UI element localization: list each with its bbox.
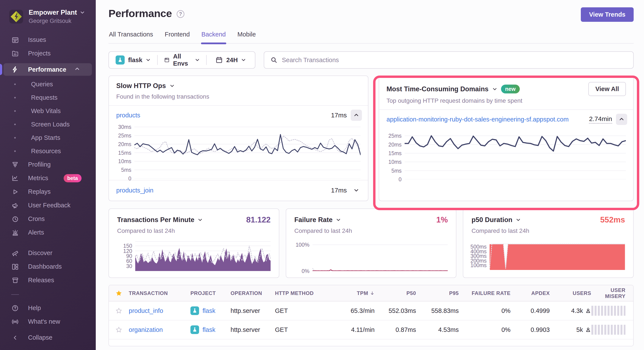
project-filter-label: flask — [128, 57, 142, 64]
col-header-failure-rate[interactable]: FAILURE RATE — [459, 290, 510, 296]
project-cell[interactable]: flask — [190, 306, 230, 315]
chevron-up-icon — [74, 66, 80, 73]
time-spent-value: 2.74min — [589, 115, 612, 124]
view-all-button[interactable]: View All — [588, 82, 626, 96]
metric-title-row[interactable]: p50 Duration — [472, 216, 520, 224]
environment-filter[interactable]: All Envs — [158, 53, 206, 67]
sidebar-item-screen-loads[interactable]: Screen Loads — [0, 118, 94, 131]
table-row: product_info flask http.server GET 65.3/… — [109, 301, 633, 320]
org-user: George Gritsouk — [29, 18, 85, 24]
dashboards-icon — [11, 263, 19, 270]
chart-plot-area[interactable] — [312, 242, 448, 271]
col-header-user-misery[interactable]: USER MISERY — [591, 287, 633, 299]
transaction-link-products[interactable]: products — [116, 112, 140, 119]
tab-mobile[interactable]: Mobile — [237, 31, 256, 43]
transaction-link-products-join[interactable]: products_join — [116, 187, 154, 194]
col-header-project[interactable]: PROJECT — [190, 290, 230, 296]
sidebar-item-requests[interactable]: Requests — [0, 91, 94, 104]
col-header-http-method[interactable]: HTTP METHOD — [275, 290, 324, 296]
sidebar-item-web-vitals[interactable]: Web Vitals — [0, 104, 94, 118]
transaction-link[interactable]: product_info — [129, 307, 163, 314]
sidebar-item-whats-new[interactable]: What's new — [0, 315, 94, 328]
widget-title[interactable]: Most Time-Consuming Domains — [386, 85, 488, 93]
y-axis-ticks: 25ms20ms15ms10ms5ms0 — [386, 132, 402, 179]
axis-tick-label: 5ms — [392, 167, 402, 174]
help-circle-icon[interactable]: ? — [177, 10, 184, 18]
sidebar-item-issues[interactable]: Issues — [0, 33, 94, 47]
project-filter[interactable]: flask — [109, 56, 157, 65]
expand-toggle-button[interactable] — [351, 185, 362, 196]
failure-rate-chart[interactable]: 100%0% — [294, 242, 448, 271]
col-header-apdex[interactable]: APDEX — [510, 290, 550, 296]
sidebar-item-dashboards[interactable]: Dashboards — [0, 260, 94, 273]
view-trends-button[interactable]: View Trends — [581, 7, 634, 22]
sidebar-item-discover[interactable]: Discover — [0, 246, 94, 260]
domain-link[interactable]: application-monitoring-ruby-dot-sales-en… — [386, 116, 569, 123]
sidebar-item-user-feedback[interactable]: User Feedback — [0, 199, 94, 212]
sidebar-item-projects[interactable]: Projects — [0, 47, 94, 60]
col-header-p95[interactable]: P95 — [416, 290, 459, 296]
app-root: Empower Plant George Gritsouk Issues Pro… — [0, 0, 644, 350]
org-switcher[interactable]: Empower Plant George Gritsouk — [0, 0, 96, 32]
p50-duration-chart[interactable]: 500ms400ms300ms200ms100ms — [472, 243, 625, 270]
axis-tick-label: 15ms — [388, 150, 402, 156]
sidebar-item-metrics[interactable]: Metrics beta — [0, 171, 94, 185]
tab-backend[interactable]: Backend — [201, 31, 226, 43]
metric-title: Transactions Per Minute — [117, 216, 194, 224]
sidebar-item-label: App Starts — [31, 134, 60, 141]
metric-title-row[interactable]: Failure Rate — [294, 216, 341, 224]
sidebar-item-releases[interactable]: Releases — [0, 273, 94, 287]
sidebar-item-app-starts[interactable]: App Starts — [0, 131, 94, 144]
chevron-up-icon — [619, 117, 624, 122]
search-icon — [270, 56, 278, 64]
sidebar-item-replays[interactable]: Replays — [0, 185, 94, 199]
sidebar-item-label: Issues — [28, 36, 46, 43]
col-header-users[interactable]: USERS — [550, 290, 591, 296]
sidebar-item-crons[interactable]: Crons — [0, 212, 94, 226]
favorite-star-button[interactable] — [109, 307, 129, 314]
user-icon — [585, 308, 591, 314]
sidebar-item-performance[interactable]: Performance — [4, 63, 92, 76]
clock-icon — [11, 215, 19, 223]
transaction-link[interactable]: organization — [129, 326, 163, 333]
slow-http-ops-title-row[interactable]: Slow HTTP Ops — [116, 82, 360, 90]
chart-plot-area[interactable] — [404, 132, 626, 179]
environment-icon — [164, 56, 170, 64]
new-badge: new — [501, 85, 520, 93]
col-header-tpm[interactable]: TPM — [324, 290, 374, 296]
sidebar-item-label: Crons — [28, 215, 45, 222]
tab-all-transactions[interactable]: All Transactions — [108, 31, 154, 43]
chart-plot-area[interactable] — [490, 243, 625, 270]
tpm-chart[interactable]: 150120906030 — [117, 241, 271, 271]
date-range-filter[interactable]: 24H — [206, 56, 255, 64]
collapse-toggle-button[interactable] — [616, 114, 627, 125]
sidebar-item-queries[interactable]: Queries — [0, 78, 94, 91]
products-duration-chart[interactable]: 30ms25ms20ms15ms10ms5ms0 — [116, 126, 360, 178]
sidebar-item-alerts[interactable]: Alerts — [0, 226, 94, 239]
date-range-label: 24H — [226, 57, 238, 64]
chart-plot-area[interactable] — [134, 126, 360, 178]
star-column-header[interactable] — [109, 290, 129, 297]
sidebar-item-resources[interactable]: Resources — [0, 144, 94, 158]
telescope-icon — [11, 249, 19, 257]
favorite-star-button[interactable] — [109, 326, 129, 333]
domain-response-chart[interactable]: 25ms20ms15ms10ms5ms0 — [386, 132, 626, 179]
collapse-toggle-button[interactable] — [351, 110, 362, 121]
archive-box-icon — [11, 277, 19, 284]
sidebar: Empower Plant George Gritsouk Issues Pro… — [0, 0, 96, 350]
sidebar-item-label: What's new — [28, 318, 60, 325]
sidebar-item-help[interactable]: Help — [0, 301, 94, 315]
filter-group: flask All Envs 24H — [108, 51, 255, 69]
sidebar-item-profiling[interactable]: Profiling — [0, 158, 94, 171]
col-header-transaction[interactable]: TRANSACTION — [129, 290, 190, 296]
col-header-p50[interactable]: P50 — [374, 290, 416, 296]
col-header-operation[interactable]: OPERATION — [230, 290, 275, 296]
project-cell[interactable]: flask — [190, 325, 230, 334]
profiling-icon — [11, 161, 19, 168]
search-input[interactable] — [282, 57, 627, 64]
tab-frontend[interactable]: Frontend — [164, 31, 190, 43]
metric-title-row[interactable]: Transactions Per Minute — [117, 216, 202, 224]
user-misery-score-bar — [592, 306, 626, 316]
chart-plot-area[interactable] — [135, 241, 271, 271]
sidebar-collapse-button[interactable]: Collapse — [0, 331, 94, 344]
